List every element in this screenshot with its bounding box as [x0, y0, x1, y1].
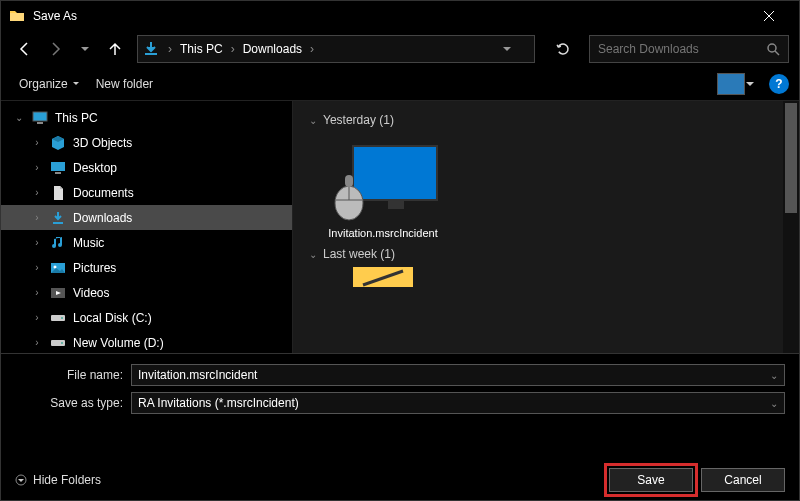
cube-icon: [49, 134, 67, 152]
folder-icon: [9, 8, 25, 24]
file-name: Invitation.msrcIncident: [328, 227, 437, 239]
chevron-right-icon: ›: [31, 162, 43, 173]
breadcrumb-downloads[interactable]: Downloads: [237, 42, 308, 56]
hide-folders-label: Hide Folders: [33, 473, 101, 487]
svg-rect-6: [53, 222, 63, 224]
chevron-right-icon: ›: [308, 42, 316, 56]
search-input[interactable]: [598, 42, 762, 56]
type-select[interactable]: RA Invitations (*.msrcIncident) ⌄: [131, 392, 785, 414]
view-mode-button[interactable]: [717, 73, 745, 95]
fields-panel: File name: ⌄ Save as type: RA Invitation…: [1, 353, 799, 426]
refresh-button[interactable]: [547, 35, 579, 63]
tree-downloads[interactable]: ›Downloads: [1, 205, 292, 230]
svg-point-1: [768, 44, 776, 52]
up-button[interactable]: [101, 35, 129, 63]
tree-label: 3D Objects: [73, 136, 132, 150]
scrollbar[interactable]: [783, 101, 799, 353]
chevron-down-icon: ⌄: [13, 112, 25, 123]
tree-desktop[interactable]: ›Desktop: [1, 155, 292, 180]
tree-label: Local Disk (C:): [73, 311, 152, 325]
chevron-right-icon: ›: [31, 137, 43, 148]
chevron-right-icon: ›: [229, 42, 237, 56]
disk-icon: [49, 334, 67, 352]
group-yesterday[interactable]: ⌄ Yesterday (1): [305, 109, 787, 135]
tree-3d-objects[interactable]: ›3D Objects: [1, 130, 292, 155]
chevron-down-icon: [15, 474, 27, 486]
music-icon: [49, 234, 67, 252]
group-last-week[interactable]: ⌄ Last week (1): [305, 243, 787, 269]
tree-new-volume[interactable]: ›New Volume (D:): [1, 330, 292, 353]
document-icon: [49, 184, 67, 202]
chevron-down-icon: ⌄: [309, 115, 317, 126]
pc-icon: [31, 109, 49, 127]
mouse-icon: [332, 175, 366, 221]
download-icon: [49, 209, 67, 227]
hide-folders-button[interactable]: Hide Folders: [15, 473, 101, 487]
svg-rect-0: [145, 53, 157, 55]
file-item[interactable]: [313, 267, 453, 287]
file-item[interactable]: Invitation.msrcIncident: [313, 139, 453, 239]
tree-pictures[interactable]: ›Pictures: [1, 255, 292, 280]
group-header-label: Yesterday (1): [323, 113, 394, 127]
breadcrumb-this-pc[interactable]: This PC: [174, 42, 229, 56]
close-button[interactable]: [746, 1, 791, 31]
chevron-down-icon[interactable]: ⌄: [764, 398, 778, 409]
body: ⌄ This PC ›3D Objects ›Desktop ›Document…: [1, 101, 799, 353]
save-as-dialog: Save As › This PC › Downloads ›: [0, 0, 800, 501]
save-button[interactable]: Save: [609, 468, 693, 492]
svg-point-13: [61, 342, 63, 344]
filename-text[interactable]: [138, 368, 764, 382]
chevron-right-icon: ›: [31, 212, 43, 223]
filename-label: File name:: [15, 368, 131, 382]
tree-label: Desktop: [73, 161, 117, 175]
chevron-right-icon: ›: [31, 337, 43, 348]
group-header-label: Last week (1): [323, 247, 395, 261]
desktop-icon: [49, 159, 67, 177]
svg-rect-2: [33, 112, 47, 121]
chevron-right-icon: ›: [31, 187, 43, 198]
forward-button[interactable]: [41, 35, 69, 63]
tree-music[interactable]: ›Music: [1, 230, 292, 255]
tree-this-pc[interactable]: ⌄ This PC: [1, 105, 292, 130]
search-box[interactable]: [589, 35, 789, 63]
content-panel[interactable]: ⌄ Yesterday (1) Invitation.msrcIncident …: [293, 101, 799, 353]
download-icon: [142, 40, 160, 58]
disk-icon: [49, 309, 67, 327]
svg-rect-4: [51, 162, 65, 171]
tree-documents[interactable]: ›Documents: [1, 180, 292, 205]
cancel-button[interactable]: Cancel: [701, 468, 785, 492]
recent-dropdown[interactable]: [71, 35, 99, 63]
type-label: Save as type:: [15, 396, 131, 410]
breadcrumb[interactable]: › This PC › Downloads ›: [137, 35, 535, 63]
chevron-right-icon: ›: [31, 262, 43, 273]
tree-local-disk[interactable]: ›Local Disk (C:): [1, 305, 292, 330]
filename-input[interactable]: ⌄: [131, 364, 785, 386]
chevron-right-icon: ›: [31, 287, 43, 298]
pictures-icon: [49, 259, 67, 277]
msrc-thumbnail: [328, 139, 438, 221]
svg-point-11: [61, 317, 63, 319]
toolbar: Organize New folder ?: [1, 67, 799, 101]
bottom-bar: Hide Folders Save Cancel: [1, 460, 799, 500]
tree-label: This PC: [55, 111, 98, 125]
organize-button[interactable]: Organize: [11, 73, 88, 95]
tree-label: Downloads: [73, 211, 132, 225]
tree-label: New Volume (D:): [73, 336, 164, 350]
tree-panel: ⌄ This PC ›3D Objects ›Desktop ›Document…: [1, 101, 293, 353]
chevron-down-icon[interactable]: ⌄: [764, 370, 778, 381]
tree-label: Videos: [73, 286, 109, 300]
new-folder-button[interactable]: New folder: [88, 73, 161, 95]
tree-label: Pictures: [73, 261, 116, 275]
titlebar: Save As: [1, 1, 799, 31]
svg-rect-5: [55, 172, 61, 174]
breadcrumb-dropdown[interactable]: [502, 44, 530, 54]
chevron-right-icon: ›: [31, 312, 43, 323]
nav-row: › This PC › Downloads ›: [1, 31, 799, 67]
videos-icon: [49, 284, 67, 302]
chevron-right-icon: ›: [31, 237, 43, 248]
window-title: Save As: [33, 9, 746, 23]
help-button[interactable]: ?: [769, 74, 789, 94]
tree-label: Documents: [73, 186, 134, 200]
back-button[interactable]: [11, 35, 39, 63]
tree-videos[interactable]: ›Videos: [1, 280, 292, 305]
